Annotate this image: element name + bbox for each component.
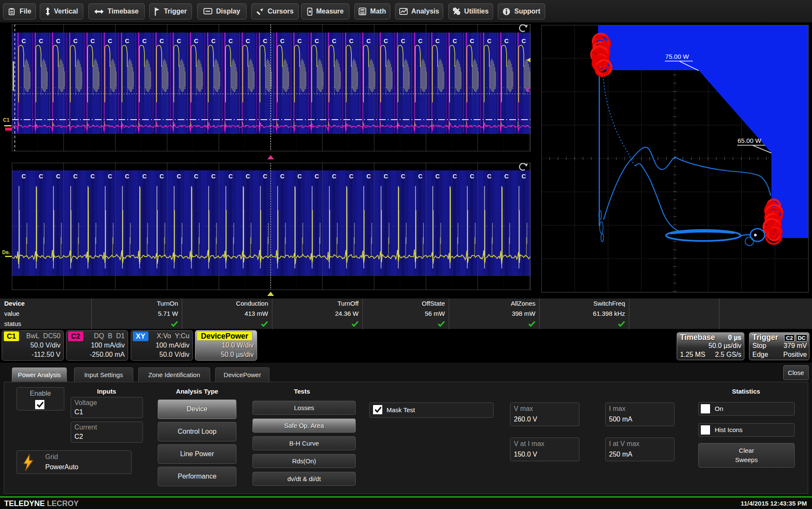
svg-text:75.00 W: 75.00 W: [665, 53, 689, 60]
svg-text:65.00 W: 65.00 W: [738, 137, 762, 144]
